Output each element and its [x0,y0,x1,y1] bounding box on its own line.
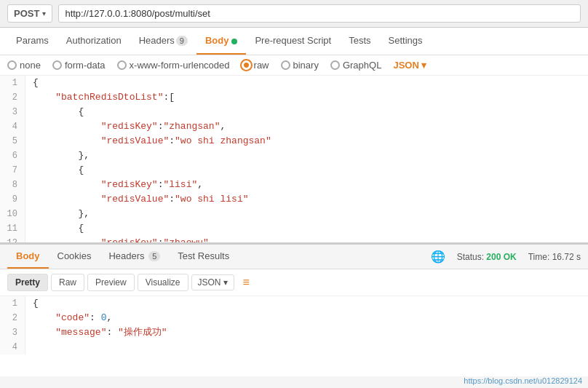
resp-tab-test-results[interactable]: Test Results [169,245,238,269]
headers-badge: 9 [176,36,188,46]
body-type-urlencoded[interactable]: x-www-form-urlencoded [117,60,230,71]
chevron-down-icon: ▾ [421,60,426,71]
chevron-down-icon: ▾ [223,277,228,288]
response-status: 🌐 Status: 200 OK Time: 16.72 s [431,250,581,264]
method-label: POST [14,8,39,19]
body-dot-indicator [231,39,237,44]
globe-icon: 🌐 [431,250,445,264]
chevron-down-icon: ▾ [42,9,46,17]
resp-code-line-3: 3 "message": "操作成功" [0,325,588,340]
code-line-6: 6 }, [0,149,588,163]
resp-tab-headers[interactable]: Headers 5 [100,245,169,269]
tab-headers[interactable]: Headers9 [130,28,196,55]
tab-pre-request[interactable]: Pre-request Script [246,28,340,55]
body-type-bar: none form-data x-www-form-urlencoded raw… [0,55,588,76]
code-line-7: 7 { [0,163,588,178]
radio-none [7,60,17,70]
resp-tab-body[interactable]: Body [7,245,49,269]
method-selector[interactable]: POST ▾ [7,4,52,23]
response-format-bar: Pretty Raw Preview Visualize JSON ▾ ≡ [0,269,588,296]
tab-params[interactable]: Params [7,28,57,55]
resp-code-line-1: 1 { [0,296,588,311]
body-type-binary[interactable]: binary [281,60,319,71]
url-input[interactable] [58,4,581,23]
watermark: https://blog.csdn.net/u012829124 [464,376,582,385]
format-pretty-button[interactable]: Pretty [7,274,48,291]
code-line-1: 1 { [0,76,588,90]
tab-tests[interactable]: Tests [340,28,379,55]
radio-graphql [330,60,340,70]
code-line-8: 8 "redisKey":"lisi", [0,178,588,192]
radio-binary [281,60,290,70]
resp-json-selector[interactable]: JSON ▾ [191,274,234,290]
code-line-4: 4 "redisKey":"zhangsan", [0,119,588,134]
url-bar: POST ▾ [0,0,588,28]
response-tabs: Body Cookies Headers 5 Test Results 🌐 St… [0,243,588,269]
code-line-10: 10 }, [0,207,588,221]
radio-raw [242,60,251,70]
format-visualize-button[interactable]: Visualize [138,274,188,291]
status-value: 200 OK [486,252,516,262]
status-label: Status: 200 OK [457,252,517,262]
time-label: Time: 16.72 s [528,252,581,262]
code-line-3: 3 { [0,105,588,119]
radio-form-data [52,60,62,70]
resp-code-line-2: 2 "code": 0, [0,311,588,325]
tab-body[interactable]: Body [196,28,247,55]
code-line-5: 5 "redisValue":"wo shi zhangsan" [0,134,588,149]
resp-tab-cookies[interactable]: Cookies [49,245,100,269]
response-code-editor[interactable]: 1 { 2 "code": 0, 3 "message": "操作成功" 4 [0,296,588,376]
code-line-12: 12 "redisKey":"zhaowu", [0,236,588,243]
json-type-selector[interactable]: JSON ▾ [393,60,426,71]
request-tabs: Params Authorization Headers9 Body Pre-r… [0,28,588,55]
radio-urlencoded [117,60,127,70]
wrap-text-icon[interactable]: ≡ [243,276,250,289]
code-line-2: 2 "batchRedisDtoList":[ [0,90,588,105]
code-line-11: 11 { [0,221,588,236]
tab-settings[interactable]: Settings [380,28,432,55]
body-type-raw[interactable]: raw [242,60,269,71]
body-type-graphql[interactable]: GraphQL [330,60,381,71]
format-preview-button[interactable]: Preview [87,274,135,291]
request-code-editor[interactable]: 1 { 2 "batchRedisDtoList":[ 3 { 4 "redis… [0,76,588,243]
body-type-none[interactable]: none [7,60,41,71]
format-raw-button[interactable]: Raw [51,274,84,291]
resp-code-line-4: 4 [0,340,588,355]
tab-authorization[interactable]: Authorization [57,28,130,55]
body-type-form-data[interactable]: form-data [52,60,106,71]
resp-headers-badge: 5 [148,251,160,261]
code-line-9: 9 "redisValue":"wo shi lisi" [0,192,588,207]
